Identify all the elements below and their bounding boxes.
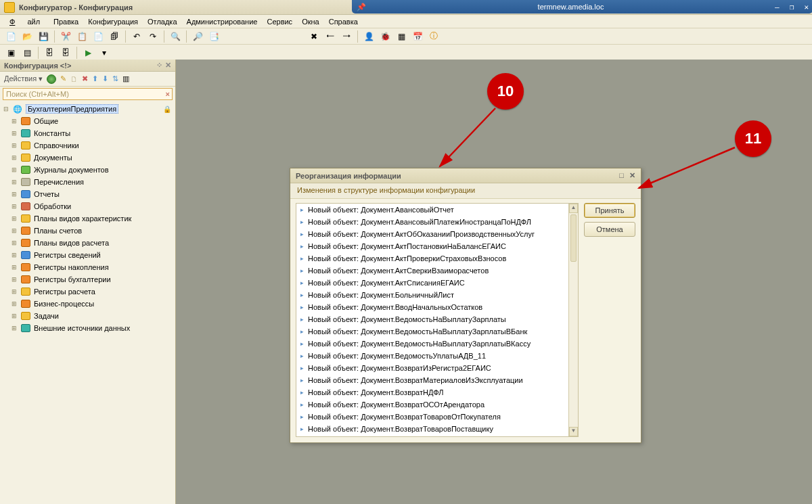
find-icon[interactable]: 🔍 xyxy=(168,30,182,43)
list-item[interactable]: ▸Новый объект: Документ.ВедомостьНаВыпла… xyxy=(296,313,568,325)
expand-icon[interactable]: ⊞ xyxy=(11,118,18,124)
list-item[interactable]: ▸Новый объект: Документ.АвансовыйОтчет xyxy=(296,204,568,216)
sidebar-del-icon[interactable]: 🗋 xyxy=(70,75,78,83)
sidebar-down-icon[interactable]: ⬇ xyxy=(102,74,108,83)
tree-item[interactable]: ⊞Бизнес-процессы xyxy=(0,298,175,310)
back-icon[interactable]: ✖ xyxy=(307,30,321,43)
tree-item[interactable]: ⊞Внешние источники данных xyxy=(0,322,175,334)
expand-icon[interactable]: ⊞ xyxy=(11,276,18,283)
tree-item[interactable]: ⊞Обработки xyxy=(0,200,175,212)
nav-back-icon[interactable]: ⭠ xyxy=(323,30,337,43)
sidebar-up-icon[interactable]: ⬆ xyxy=(92,74,98,83)
play-icon[interactable]: ▶ xyxy=(81,46,95,60)
props-icon[interactable]: 📑 xyxy=(207,30,221,43)
accept-button[interactable]: Принять xyxy=(584,203,635,218)
db-icon[interactable]: 🗄 xyxy=(43,46,56,60)
debug-icon[interactable]: 🐞 xyxy=(378,30,392,43)
search-input[interactable]: Поиск (Ctrl+Alt+M) × xyxy=(3,88,173,100)
sidebar-actions[interactable]: Действия ▾ xyxy=(4,74,43,83)
copy-icon[interactable]: 📋 xyxy=(75,30,89,43)
help-icon[interactable]: ⓘ xyxy=(427,30,441,43)
open-icon[interactable]: 📂 xyxy=(20,30,34,43)
menu-edit[interactable]: Правка xyxy=(49,16,83,27)
tree-item[interactable]: ⊞Регистры сведений xyxy=(0,249,175,261)
restore-icon[interactable]: ❐ xyxy=(790,3,794,12)
save-icon[interactable]: 💾 xyxy=(37,30,50,43)
calendar-icon[interactable]: 📅 xyxy=(411,30,424,43)
list-item[interactable]: ▸Новый объект: Документ.ВозвратНДФЛ xyxy=(296,386,568,398)
new-icon[interactable]: 📄 xyxy=(4,30,18,43)
pin-icon[interactable]: 📌 xyxy=(352,3,371,12)
tree-root[interactable]: ⊟ 🌐 БухгалтерияПредприятия 🔒 xyxy=(0,103,175,115)
list-item[interactable]: ▸Новый объект: Документ.ВедомостьНаВыпла… xyxy=(296,338,568,350)
list-item[interactable]: ▸Новый объект: Документ.ВозвратМатериало… xyxy=(296,374,568,386)
module-icon[interactable]: ▣ xyxy=(4,46,18,60)
dialog-list[interactable]: ▸Новый объект: Документ.АвансовыйОтчет▸Н… xyxy=(296,203,579,437)
menu-service[interactable]: Сервис xyxy=(263,16,296,27)
expand-icon[interactable]: ⊞ xyxy=(11,203,18,210)
compare-icon[interactable]: 🗐 xyxy=(108,30,121,43)
tree-item[interactable]: ⊞Перечисления xyxy=(0,176,175,188)
dialog-close-icon[interactable]: ✕ xyxy=(629,171,635,180)
list-item[interactable]: ▸Новый объект: Документ.ВводНачальныхОст… xyxy=(296,301,568,313)
close-icon[interactable]: ✕ xyxy=(804,3,809,12)
play-menu-icon[interactable]: ▾ xyxy=(97,46,111,60)
redo-icon[interactable]: ↷ xyxy=(146,30,160,43)
collapse-icon[interactable]: ⊟ xyxy=(3,106,9,112)
expand-icon[interactable]: ⊞ xyxy=(11,288,18,295)
tree-item[interactable]: ⊞Регистры бухгалтерии xyxy=(0,273,175,285)
tree-item[interactable]: ⊞Регистры расчета xyxy=(0,285,175,298)
sidebar-filter-icon[interactable]: ▥ xyxy=(122,74,129,83)
paste-icon[interactable]: 📄 xyxy=(91,30,105,43)
expand-icon[interactable]: ⊞ xyxy=(11,300,18,307)
expand-icon[interactable]: ⊞ xyxy=(11,166,18,173)
sidebar-add-icon[interactable] xyxy=(47,74,56,84)
nav-fwd-icon[interactable]: ⭢ xyxy=(340,30,353,43)
tree-item[interactable]: ⊞Общие xyxy=(0,115,175,127)
dialog-max-icon[interactable]: □ xyxy=(619,171,624,180)
menu-config[interactable]: Конфигурация xyxy=(84,16,142,27)
config-tree[interactable]: ⊟ 🌐 БухгалтерияПредприятия 🔒 ⊞Общие⊞Конс… xyxy=(0,101,175,504)
expand-icon[interactable]: ⊞ xyxy=(11,154,18,161)
undo-icon[interactable]: ↶ xyxy=(130,30,143,43)
db2-icon[interactable]: 🗄 xyxy=(59,46,72,60)
list-item[interactable]: ▸Новый объект: Документ.ВозвратИзРегистр… xyxy=(296,362,568,374)
table-icon[interactable]: ▦ xyxy=(394,30,408,43)
scroll-up-icon[interactable]: ▲ xyxy=(569,204,578,213)
tree-item[interactable]: ⊞Константы xyxy=(0,127,175,139)
tree-item[interactable]: ⊞Журналы документов xyxy=(0,164,175,176)
menu-admin[interactable]: Администрирование xyxy=(183,16,262,27)
list-item[interactable]: ▸Новый объект: Документ.АктСверкиВзаимор… xyxy=(296,265,568,277)
scrollbar[interactable]: ▲ ▼ xyxy=(568,204,578,436)
search-clear-icon[interactable]: × xyxy=(166,90,170,98)
list-item[interactable]: ▸Новый объект: Документ.ВедомостьУплатыА… xyxy=(296,350,568,362)
list-item[interactable]: ▸Новый объект: Документ.БольничныйЛист xyxy=(296,289,568,301)
tree-item[interactable]: ⊞Планы счетов xyxy=(0,225,175,237)
expand-icon[interactable]: ⊞ xyxy=(11,130,18,137)
sidebar-edit-icon[interactable]: ✎ xyxy=(60,74,66,83)
list-item[interactable]: ▸Новый объект: Документ.АктСписанияЕГАИС xyxy=(296,277,568,289)
sidebar-sort-icon[interactable]: ⇅ xyxy=(112,74,118,83)
zoom-icon[interactable]: 🔎 xyxy=(191,30,204,43)
menu-windows[interactable]: Окна xyxy=(298,16,323,27)
expand-icon[interactable]: ⊞ xyxy=(11,215,18,222)
expand-icon[interactable]: ⊞ xyxy=(11,179,18,185)
list-item[interactable]: ▸Новый объект: Документ.ВозвратТоваровПо… xyxy=(296,423,568,435)
menu-help[interactable]: Справка xyxy=(325,16,362,27)
list-item[interactable]: ▸Новый объект: Документ.ВозвратТоваровОт… xyxy=(296,411,568,423)
expand-icon[interactable]: ⊞ xyxy=(11,264,18,271)
cancel-button[interactable]: Отмена xyxy=(584,222,635,237)
sidebar-pin-icon[interactable]: ⁘ xyxy=(156,61,162,70)
tree-item[interactable]: ⊞Регистры накопления xyxy=(0,261,175,273)
tree-item[interactable]: ⊞Задачи xyxy=(0,310,175,322)
tree-item[interactable]: ⊞Отчеты xyxy=(0,188,175,200)
list-item[interactable]: ▸Новый объект: Документ.АвансовыйПлатежИ… xyxy=(296,216,568,228)
scroll-thumb[interactable] xyxy=(570,214,577,262)
tree-item[interactable]: ⊞Справочники xyxy=(0,139,175,152)
list-item[interactable]: ▸Новый объект: Документ.АктПостановкиНаБ… xyxy=(296,240,568,252)
expand-icon[interactable]: ⊞ xyxy=(11,191,18,198)
tree-item[interactable]: ⊞Документы xyxy=(0,152,175,164)
run-user-icon[interactable]: 👤 xyxy=(362,30,376,43)
menu-debug[interactable]: Отладка xyxy=(143,16,181,27)
list-item[interactable]: ▸Новый объект: Документ.АктПроверкиСтрах… xyxy=(296,252,568,265)
